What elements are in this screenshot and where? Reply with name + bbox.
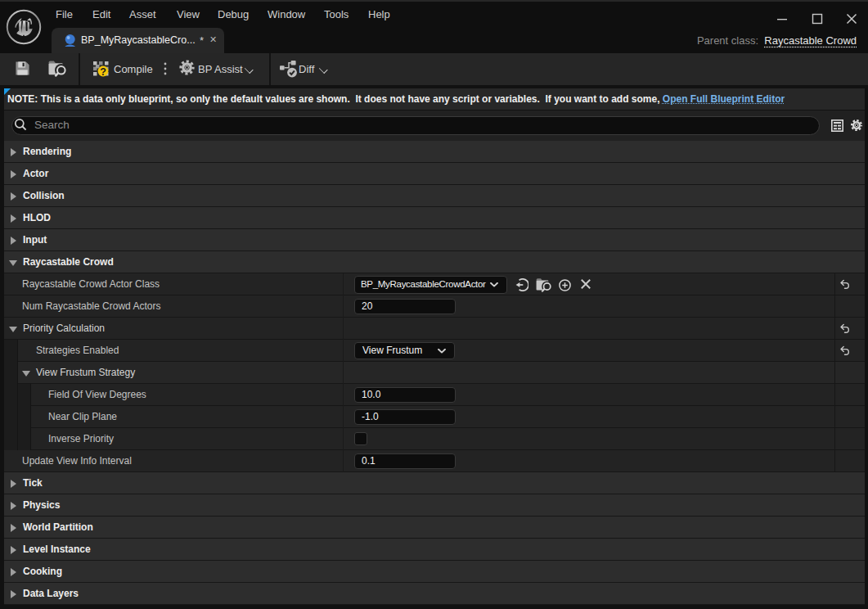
svg-text:?: ? — [100, 66, 106, 78]
